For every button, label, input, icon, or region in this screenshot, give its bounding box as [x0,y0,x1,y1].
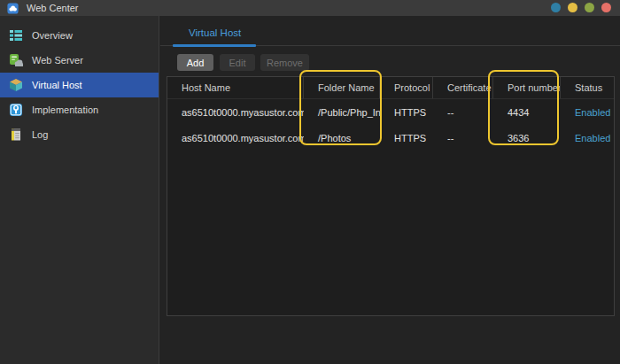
sidebar: Overview Web Server Virtual Host [0,16,159,364]
table-row[interactable]: as6510t0000.myasustor.com /Photos HTTPS … [167,125,614,151]
implementation-wrench-icon [9,103,23,117]
table-header-row: Host Name Folder Name Protocol Certifica… [167,77,614,99]
sidebar-item-label: Log [32,129,48,140]
sidebar-item-log[interactable]: Log [0,122,159,147]
column-header-port-number[interactable]: Port number [493,77,561,98]
add-button[interactable]: Add [177,54,213,71]
web-server-icon [9,53,23,67]
cell-folder-name: /Photos [304,133,380,143]
sidebar-item-label: Web Server [32,55,83,66]
window-control-blue-dot[interactable] [551,3,561,12]
cell-certificate: -- [433,133,493,143]
cell-host-name: as6510t0000.myasustor.com [167,107,304,118]
active-tab-underline [173,44,256,47]
window-control-green-dot[interactable] [585,3,594,12]
web-center-window: Web Center Overview [0,0,620,364]
virtual-host-table: Host Name Folder Name Protocol Certifica… [167,76,615,316]
toolbar: Add Edit Remove [177,54,620,71]
sidebar-item-label: Virtual Host [32,80,82,90]
sidebar-item-web-server[interactable]: Web Server [0,48,159,73]
column-header-certificate[interactable]: Certificate [433,77,493,98]
column-header-host-name[interactable]: Host Name [167,77,304,98]
cell-status: Enabled [561,133,614,143]
cell-port-number: 4434 [493,107,561,118]
remove-button[interactable]: Remove [260,54,309,71]
title-bar: Web Center [0,0,620,16]
cell-status: Enabled [561,107,614,118]
tab-virtual-host[interactable]: Virtual Host [189,27,241,38]
tab-strip: Virtual Host [160,16,620,46]
sidebar-item-virtual-host[interactable]: Virtual Host [0,73,159,97]
cell-host-name: as6510t0000.myasustor.com [167,133,304,143]
column-header-folder-name[interactable]: Folder Name [304,77,380,98]
virtual-host-cube-icon [9,78,23,92]
web-center-app-icon [7,3,19,14]
cell-folder-name: /Public/Php_Info [304,107,380,118]
sidebar-item-implementation[interactable]: Implementation [0,97,159,122]
window-controls [551,3,611,12]
main-panel: Virtual Host Add Edit Remove Host Name F… [160,16,620,364]
overview-list-icon [9,28,23,43]
edit-button[interactable]: Edit [220,54,255,71]
cell-port-number: 3636 [493,133,561,143]
window-title: Web Center [27,3,79,13]
window-control-yellow-dot[interactable] [568,3,577,12]
table-row[interactable]: as6510t0000.myasustor.com /Public/Php_In… [167,99,614,125]
column-header-protocol[interactable]: Protocol [380,77,433,98]
sidebar-item-label: Overview [32,30,73,41]
column-header-status[interactable]: Status [561,77,614,98]
cell-protocol: HTTPS [380,133,433,143]
cell-protocol: HTTPS [380,107,433,118]
log-notebook-icon [9,128,23,142]
window-control-red-dot[interactable] [601,3,611,12]
sidebar-item-overview[interactable]: Overview [0,23,159,48]
cell-certificate: -- [433,107,493,118]
sidebar-item-label: Implementation [32,105,98,115]
